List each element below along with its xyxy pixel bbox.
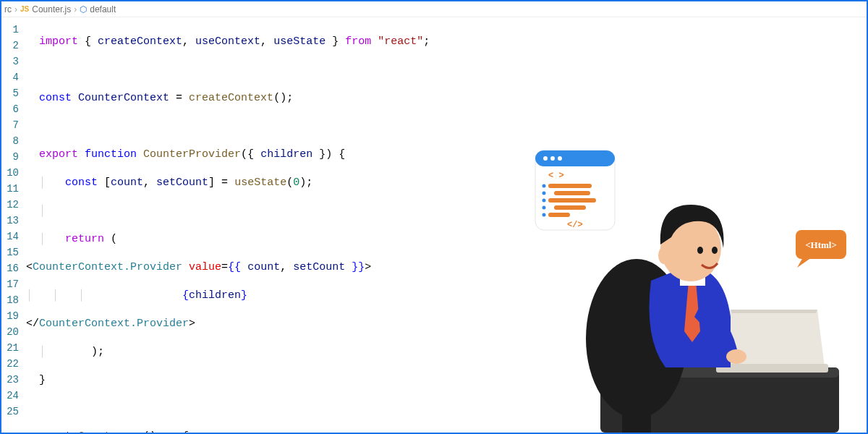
line-number: 5 (1, 85, 26, 101)
line-number: 7 (1, 117, 26, 133)
breadcrumb-symbol[interactable]: default (90, 4, 116, 14)
line-number: 12 (1, 197, 26, 213)
line-number: 14 (1, 229, 26, 244)
line-number-gutter: 1 2 3 4 5 6 7 8 9 10 11 12 13 14 15 16 1… (1, 17, 26, 433)
line-number: 19 (1, 308, 26, 324)
breadcrumb-file[interactable]: Counter.js (32, 4, 71, 14)
code-line[interactable]: │ │ │ {children} (26, 288, 867, 304)
line-number: 6 (1, 101, 26, 117)
code-line[interactable]: import { createContext, useContext, useS… (26, 34, 867, 50)
line-number: 10 (1, 165, 26, 181)
breadcrumb[interactable]: rc › JS Counter.js › ⬡ default (1, 1, 867, 17)
line-number: 1 (1, 22, 26, 38)
line-number: 24 (1, 388, 26, 404)
line-number: 9 (1, 149, 26, 165)
code-line[interactable]: export function CounterProvider({ childr… (26, 147, 867, 163)
line-number: 20 (1, 324, 26, 340)
line-number: 25 (1, 404, 26, 420)
code-line[interactable]: const CounterContext = createContext(); (26, 90, 867, 106)
line-number: 16 (1, 260, 26, 276)
line-number: 22 (1, 356, 26, 372)
code-line[interactable]: const Counter = () => { (26, 429, 867, 434)
line-number: 13 (1, 213, 26, 229)
line-number: 11 (1, 181, 26, 197)
code-line[interactable]: │ return ( (26, 231, 867, 247)
code-line[interactable]: </CounterContext.Provider> (26, 316, 867, 332)
line-number: 23 (1, 372, 26, 388)
code-line[interactable]: │ (26, 203, 867, 219)
line-number: 3 (1, 54, 26, 69)
code-line[interactable] (26, 401, 867, 417)
line-number: 4 (1, 69, 26, 85)
line-number: 8 (1, 133, 26, 149)
code-line[interactable] (26, 62, 867, 78)
line-number: 21 (1, 340, 26, 356)
code-editor[interactable]: 1 2 3 4 5 6 7 8 9 10 11 12 13 14 15 16 1… (1, 17, 867, 433)
code-line[interactable]: │ const [count, setCount] = useState(0); (26, 175, 867, 191)
line-number: 18 (1, 292, 26, 308)
chevron-right-icon: › (14, 4, 17, 14)
code-line[interactable]: } (26, 373, 867, 388)
line-number: 15 (1, 244, 26, 260)
chevron-right-icon: › (74, 4, 77, 14)
code-content[interactable]: import { createContext, useContext, useS… (26, 17, 867, 433)
code-line[interactable]: │ ); (26, 344, 867, 360)
symbol-icon: ⬡ (80, 4, 87, 14)
code-line[interactable]: <CounterContext.Provider value={{ count,… (26, 260, 867, 276)
code-line[interactable] (26, 119, 867, 135)
js-file-icon: JS (20, 5, 29, 13)
line-number: 2 (1, 38, 26, 54)
breadcrumb-folder[interactable]: rc (4, 4, 12, 14)
line-number: 17 (1, 276, 26, 292)
